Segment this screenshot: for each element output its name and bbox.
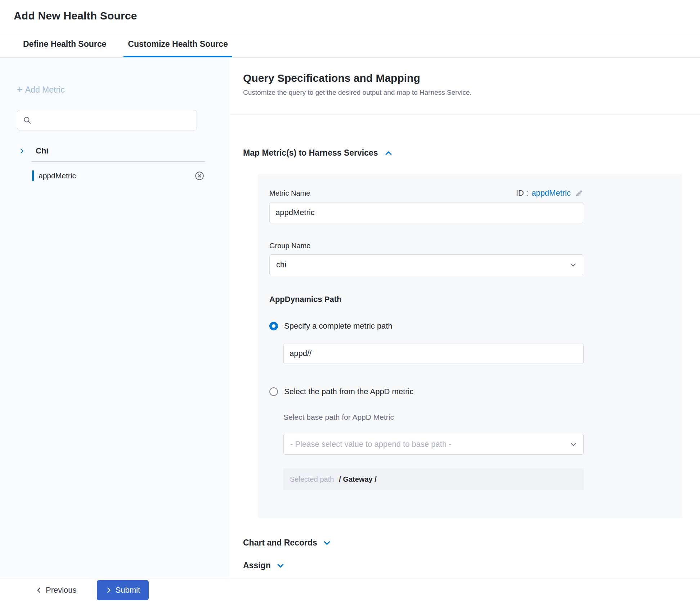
submit-button-label: Submit (116, 586, 140, 595)
group-divider (31, 161, 205, 162)
previous-button-label: Previous (46, 586, 77, 595)
chart-and-records-toggle[interactable]: Chart and Records (243, 538, 331, 548)
chevron-down-icon (570, 441, 577, 448)
radio-complete-metric-path-label: Specify a complete metric path (284, 321, 392, 331)
tab-customize-health-source[interactable]: Customize Health Source (124, 32, 232, 57)
complete-metric-path-input[interactable] (283, 343, 584, 364)
tab-define-health-source[interactable]: Define Health Source (19, 32, 111, 57)
radio-selected-icon[interactable] (269, 322, 278, 330)
radio-complete-metric-path[interactable]: Specify a complete metric path (269, 321, 392, 331)
content-area: + Add Metric Chi (0, 58, 700, 579)
add-metric-label: Add Metric (25, 85, 65, 95)
map-metrics-form: Metric Name ID : appdMetric Group Name (258, 174, 682, 518)
base-path-select[interactable]: - Please select value to append to base … (283, 434, 584, 455)
metric-group-label: Chi (36, 146, 48, 156)
query-specifications-panel: Query Specifications and Mapping Customi… (228, 58, 700, 579)
chevron-down-icon[interactable] (323, 539, 331, 547)
tab-bar: Define Health Source Customize Health So… (0, 32, 700, 58)
group-name-value: chi (276, 260, 286, 270)
chevron-left-icon (36, 587, 42, 593)
selected-path-value: / Gateway / (339, 475, 377, 484)
chevron-right-icon (106, 587, 112, 593)
metric-list-item[interactable]: appdMetric (17, 170, 228, 181)
map-metrics-section-toggle[interactable]: Map Metric(s) to Harness Services (243, 148, 392, 158)
search-input[interactable] (17, 110, 197, 130)
chevron-up-icon[interactable] (385, 149, 392, 157)
edit-id-icon[interactable] (575, 189, 583, 197)
radio-select-appd-path[interactable]: Select the path from the AppD metric (269, 387, 414, 396)
metric-id-label: ID : (516, 188, 528, 198)
submit-button[interactable]: Submit (97, 580, 149, 600)
metric-id-value[interactable]: appdMetric (531, 188, 571, 198)
metric-id: ID : appdMetric (516, 188, 583, 198)
selected-metric-indicator (32, 170, 34, 181)
metric-item-label: appdMetric (39, 172, 76, 180)
section-heading: Query Specifications and Mapping (243, 72, 700, 84)
chevron-down-icon (570, 262, 576, 268)
group-name-select[interactable]: chi (269, 254, 583, 275)
assign-toggle[interactable]: Assign (243, 561, 284, 570)
metric-name-input[interactable] (269, 202, 583, 223)
metric-group-row[interactable]: Chi (17, 146, 204, 156)
radio-unselected-icon[interactable] (269, 387, 278, 396)
base-path-label: Select base path for AppD Metric (283, 413, 682, 422)
selected-path-bar: Selected path / Gateway / (283, 468, 584, 490)
title-bar: Add New Health Source (0, 0, 700, 32)
radio-select-appd-path-label: Select the path from the AppD metric (284, 387, 414, 396)
page-title: Add New Health Source (14, 10, 137, 22)
search-icon (23, 116, 32, 125)
base-path-placeholder: - Please select value to append to base … (290, 440, 452, 449)
group-name-label: Group Name (269, 242, 682, 250)
plus-icon: + (17, 85, 23, 94)
appdynamics-path-heading: AppDynamics Path (269, 295, 682, 304)
chevron-right-icon[interactable] (19, 148, 25, 154)
footer-bar: Previous Submit (0, 579, 700, 601)
selected-path-label: Selected path (290, 475, 334, 484)
assign-title: Assign (243, 561, 271, 570)
previous-button[interactable]: Previous (36, 586, 77, 595)
metric-search (17, 110, 197, 130)
metrics-sidebar: + Add Metric Chi (0, 58, 228, 579)
heading-divider (230, 115, 700, 115)
section-subtitle: Customize the query to get the desired o… (243, 89, 700, 97)
remove-metric-icon[interactable] (194, 170, 205, 181)
chevron-down-icon[interactable] (277, 562, 284, 570)
map-metrics-section-title: Map Metric(s) to Harness Services (243, 148, 378, 158)
add-metric-button[interactable]: + Add Metric (17, 85, 65, 95)
metric-name-header: Metric Name ID : appdMetric (269, 188, 583, 198)
add-health-source-page: Add New Health Source Define Health Sour… (0, 0, 700, 601)
metric-name-label: Metric Name (269, 189, 310, 197)
chart-and-records-title: Chart and Records (243, 538, 317, 548)
